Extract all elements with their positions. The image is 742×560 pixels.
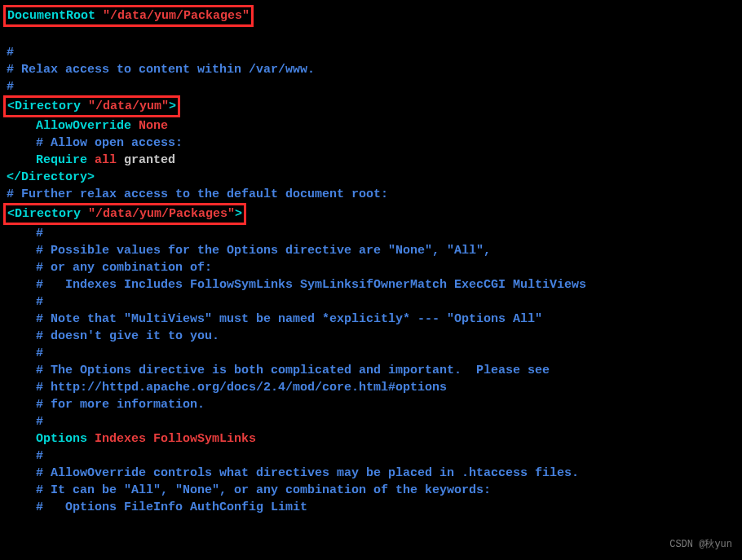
directive-directory-close: </Directory>	[7, 169, 735, 186]
comment-line: #	[7, 44, 735, 61]
directive-directory: <Directory	[7, 207, 88, 221]
directive-directory: <Directory	[7, 99, 88, 113]
code-line-require: Require all granted	[7, 152, 735, 169]
comment-line: #	[7, 78, 735, 95]
directive-documentroot: DocumentRoot	[7, 9, 103, 23]
path-value: "/data/yum"	[88, 99, 169, 113]
comment-line: #	[7, 448, 735, 465]
highlight-box-3: <Directory "/data/yum/Packages">	[3, 203, 246, 225]
comment-line: # Further relax access to the default do…	[7, 186, 735, 203]
comment-line: #	[7, 225, 735, 242]
comment-line: #	[7, 345, 735, 362]
highlight-box-2: <Directory "/data/yum">	[3, 95, 180, 117]
highlight-box-1: DocumentRoot "/data/yum/Packages"	[3, 5, 254, 27]
comment-line: # Relax access to content within /var/ww…	[7, 61, 735, 78]
comment-line: #	[7, 413, 735, 430]
comment-line: # Options FileInfo AuthConfig Limit	[7, 499, 735, 516]
path-value: "/data/yum/Packages"	[88, 207, 235, 221]
bracket-close: >	[169, 99, 176, 113]
comment-line: # It can be "All", "None", or any combin…	[7, 482, 735, 499]
comment-line: # AllowOverride controls what directives…	[7, 465, 735, 482]
watermark-text: CSDN @秋yun	[669, 536, 732, 553]
comment-line: #	[7, 293, 735, 311]
comment-line: # Note that "MultiViews" must be named *…	[7, 311, 735, 328]
comment-line: # Indexes Includes FollowSymLinks SymLin…	[7, 276, 735, 293]
bracket-close: >	[235, 207, 242, 221]
code-line-directory2: <Directory "/data/yum/Packages">	[7, 203, 735, 225]
path-value: "/data/yum/Packages"	[103, 9, 250, 23]
comment-line: # or any combination of:	[7, 259, 735, 276]
code-line-1: DocumentRoot "/data/yum/Packages"	[7, 5, 735, 27]
comment-line: # http://httpd.apache.org/docs/2.4/mod/c…	[7, 379, 735, 396]
code-line-options: Options Indexes FollowSymLinks	[7, 430, 735, 448]
blank-line	[7, 27, 735, 44]
comment-line: # Possible values for the Options direct…	[7, 242, 735, 259]
code-line-directory1: <Directory "/data/yum">	[7, 95, 735, 117]
code-line-allowoverride: AllowOverride None	[7, 117, 735, 134]
comment-line: # The Options directive is both complica…	[7, 362, 735, 379]
comment-line: # for more information.	[7, 396, 735, 413]
comment-line: # Allow open access:	[7, 134, 735, 152]
comment-line: # doesn't give it to you.	[7, 328, 735, 345]
